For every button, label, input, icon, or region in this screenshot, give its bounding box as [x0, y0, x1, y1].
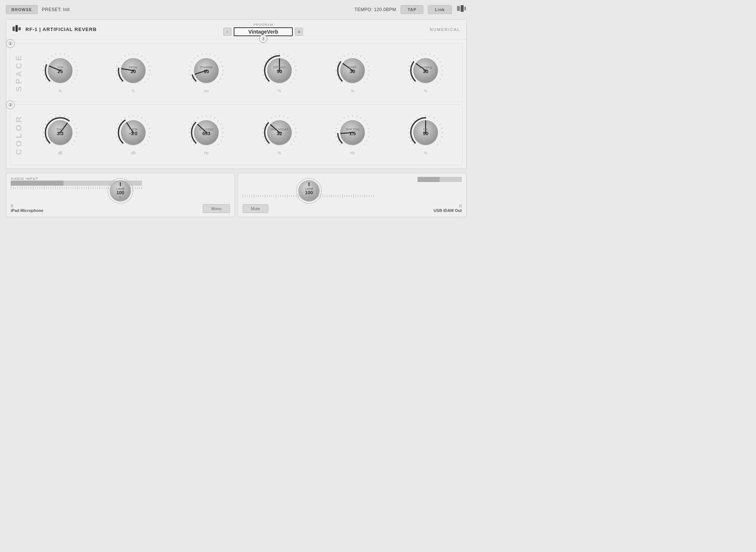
svg-line-138: [417, 55, 418, 56]
knob-size[interactable]: Size 25 %: [42, 52, 79, 93]
vu-tick: [82, 187, 82, 189]
knob-bass[interactable]: Bass 3.3 dB: [42, 114, 79, 155]
vu-tick: [71, 187, 71, 189]
svg-line-243: [291, 120, 292, 121]
vu-tick: [26, 187, 27, 189]
mono-button[interactable]: Mono: [203, 204, 230, 213]
knob-crossover[interactable]: Crossover 653 Hz: [188, 114, 225, 155]
knob-predelay[interactable]: Predelay 10 ms: [188, 52, 225, 93]
vu-tick: [287, 194, 288, 198]
svg-line-144: [439, 62, 441, 63]
svg-text:1.5: 1.5: [349, 131, 356, 136]
svg-line-83: [262, 75, 264, 75]
svg-line-249: [291, 144, 292, 145]
svg-line-37: [121, 58, 122, 59]
svg-line-281: [413, 144, 415, 145]
vu-tick: [331, 194, 332, 198]
svg-line-10: [43, 66, 45, 66]
knob-unit: dB: [58, 151, 62, 155]
svg-line-220: [222, 128, 224, 128]
svg-line-148: [439, 78, 441, 79]
knob-unit: Hz: [204, 151, 209, 155]
knob-unit: ms: [204, 89, 209, 93]
vu-tick: [353, 194, 354, 198]
mute-button[interactable]: Mute: [243, 204, 268, 213]
knob-mod-amount[interactable]: Mod Amount 32 %: [261, 114, 298, 155]
svg-line-216: [210, 116, 211, 117]
svg-line-198: [147, 141, 148, 142]
svg-line-107: [337, 78, 339, 79]
vu-tick: [141, 187, 142, 189]
svg-line-211: [191, 124, 192, 125]
svg-line-66: [210, 53, 211, 55]
tap-button[interactable]: TAP: [401, 5, 423, 14]
svg-line-45: [149, 66, 151, 66]
svg-line-22: [76, 75, 78, 75]
browse-button[interactable]: BROWSE: [6, 5, 38, 14]
svg-line-142: [434, 55, 435, 56]
svg-line-233: [262, 137, 264, 137]
vu-tick: [13, 187, 14, 189]
svg-line-108: [336, 75, 337, 75]
knob-mod-freq[interactable]: Mod Freq 1.5 Hz: [334, 114, 371, 155]
vu-tick: [93, 187, 93, 189]
svg-line-112: [340, 58, 341, 59]
vu-tick: [243, 194, 243, 198]
program-prev-button[interactable]: -: [223, 28, 231, 36]
link-button[interactable]: Link: [428, 5, 452, 14]
vu-tick: [347, 195, 347, 197]
vu-tick: [351, 195, 352, 197]
vu-tick: [59, 187, 60, 189]
vu-tick: [364, 194, 365, 198]
vu-tick: [53, 187, 54, 189]
vu-tick: [15, 187, 16, 189]
svg-line-16: [64, 53, 65, 55]
svg-line-172: [76, 137, 78, 137]
svg-line-38: [124, 55, 126, 56]
output-level-knob[interactable]: Level 100 %: [296, 178, 322, 204]
svg-line-63: [197, 55, 199, 56]
svg-line-264: [348, 116, 348, 117]
svg-line-257: [337, 141, 339, 142]
svg-line-163: [51, 117, 52, 119]
svg-line-197: [149, 137, 151, 137]
input-level-knob[interactable]: Level 100 %: [107, 178, 134, 204]
vu-tick: [62, 187, 62, 189]
svg-line-156: [48, 144, 49, 145]
knob-mix[interactable]: Mix 50 %: [407, 114, 444, 155]
svg-line-256: [340, 144, 341, 145]
svg-line-85: [262, 66, 264, 66]
bars-icon[interactable]: [456, 4, 467, 15]
svg-line-193: [144, 120, 146, 121]
knob-unit: %: [424, 89, 427, 93]
vu-tick: [44, 186, 45, 190]
svg-line-222: [222, 137, 224, 137]
knob-width[interactable]: Width 30 %: [334, 52, 371, 93]
vu-tick: [77, 186, 78, 190]
svg-line-186: [118, 124, 119, 125]
knob-damping[interactable]: Damping 30 %: [407, 52, 444, 93]
vu-tick: [249, 195, 250, 197]
svg-line-31: [121, 82, 122, 83]
svg-line-164: [56, 116, 56, 117]
program-next-button[interactable]: +: [295, 28, 303, 36]
vu-tick: [33, 186, 34, 190]
svg-line-57: [191, 78, 192, 79]
vu-tick: [90, 187, 91, 189]
svg-line-232: [264, 141, 265, 142]
svg-line-169: [74, 124, 75, 125]
vu-tick: [280, 195, 281, 197]
svg-rect-4: [16, 25, 18, 32]
vu-tick: [17, 187, 18, 189]
knob-unit: Hz: [350, 151, 355, 155]
vu-tick: [86, 187, 87, 189]
svg-text:30: 30: [350, 69, 355, 74]
svg-line-19: [74, 62, 75, 63]
svg-line-122: [368, 75, 370, 75]
knob-decay[interactable]: Decay 20 %: [115, 52, 152, 93]
knob-diffusion[interactable]: Diffusion 50 %: [261, 52, 298, 93]
vu-tick: [75, 187, 76, 189]
section2-number: ②: [6, 100, 15, 109]
knob-treble[interactable]: Treble -3.0 dB: [115, 114, 152, 155]
vu-tick: [367, 195, 367, 197]
